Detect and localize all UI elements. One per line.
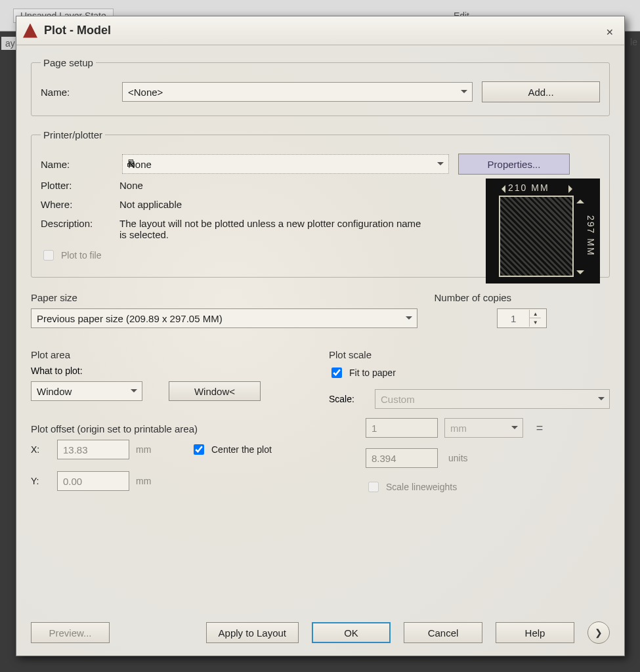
arrow-down-icon xyxy=(576,270,584,278)
copies-label: Number of copies xyxy=(435,292,610,303)
where-label: Where: xyxy=(41,199,113,210)
scale-numer-unit-select[interactable]: mm xyxy=(444,418,523,438)
center-plot-checkbox[interactable]: Center the plot xyxy=(191,442,272,457)
autocad-icon xyxy=(23,24,37,38)
offset-y-unit: mm xyxy=(136,476,169,486)
paper-size-select[interactable]: Previous paper size (209.89 x 297.05 MM) xyxy=(31,308,417,328)
printer-name-label: Name: xyxy=(41,159,113,170)
what-to-plot-label: What to plot: xyxy=(31,366,312,376)
paper-width-label: 210 MM xyxy=(508,182,549,193)
close-icon: ✕ xyxy=(606,27,614,37)
description-label: Description: xyxy=(41,218,113,240)
plot-to-file-label: Plot to file xyxy=(61,250,101,261)
paper-height-label: 297 MM xyxy=(586,215,596,257)
plotter-label: Plotter: xyxy=(41,180,113,191)
ok-button[interactable]: OK xyxy=(312,622,391,643)
cancel-button[interactable]: Cancel xyxy=(404,622,482,643)
plot-scale-legend: Plot scale xyxy=(329,349,610,360)
paper-rect-icon xyxy=(499,196,574,277)
arrow-up-icon xyxy=(576,196,584,203)
page-setup-name-label: Name: xyxy=(41,87,113,98)
center-plot-label: Center the plot xyxy=(211,444,272,455)
offset-y-input[interactable] xyxy=(57,471,129,491)
page-setup-name-select[interactable]: <None> xyxy=(122,82,473,102)
scale-lineweights-label: Scale lineweights xyxy=(386,482,457,492)
page-setup-legend: Page setup xyxy=(41,57,96,68)
offset-x-unit: mm xyxy=(136,444,169,455)
offset-y-label: Y: xyxy=(31,476,51,486)
description-value: The layout will not be plotted unless a … xyxy=(119,218,421,240)
page-setup-add-button[interactable]: Add... xyxy=(482,81,600,102)
plotter-value: None xyxy=(119,180,421,191)
printer-legend: Printer/plotter xyxy=(41,129,105,140)
scale-select[interactable]: Custom xyxy=(375,389,610,409)
arrow-right-icon xyxy=(568,185,576,193)
plot-area-legend: Plot area xyxy=(31,349,312,360)
printer-properties-button[interactable]: Properties... xyxy=(458,154,570,175)
center-plot-input[interactable] xyxy=(194,444,204,455)
dialog-footer: Preview... Apply to Layout OK Cancel Hel… xyxy=(16,612,624,656)
plot-dialog: Plot - Model ✕ Page setup Name: <None> A… xyxy=(16,16,625,656)
plot-to-file-checkbox[interactable]: Plot to file xyxy=(41,248,101,262)
paper-preview: 210 MM 297 MM xyxy=(486,178,600,284)
titlebar: Plot - Model ✕ xyxy=(16,16,624,45)
equals-sign: = xyxy=(530,421,549,435)
what-to-plot-select[interactable]: Window xyxy=(31,381,142,401)
plot-offset-legend: Plot offset (origin set to printable are… xyxy=(31,423,312,434)
printer-plotter-group: Printer/plotter Name: None 🖶 Properties.… xyxy=(31,129,610,278)
arrow-left-icon xyxy=(498,185,505,193)
spinner-up-icon[interactable]: ▲ xyxy=(529,310,541,318)
window-pick-button[interactable]: Window< xyxy=(169,381,261,401)
close-button[interactable]: ✕ xyxy=(602,20,618,42)
fit-to-paper-input[interactable] xyxy=(331,368,342,378)
paper-size-label: Paper size xyxy=(31,292,417,303)
offset-x-input[interactable] xyxy=(57,440,129,459)
scale-lineweights-input[interactable] xyxy=(368,482,379,492)
printer-name-select[interactable]: None xyxy=(122,154,449,174)
dialog-title: Plot - Model xyxy=(44,24,111,37)
spinner-down-icon[interactable]: ▼ xyxy=(529,318,541,327)
fit-to-paper-label: Fit to paper xyxy=(349,368,396,378)
copies-spinner[interactable]: ▲ ▼ xyxy=(497,308,547,328)
scale-denom-input[interactable] xyxy=(366,448,438,468)
help-button[interactable]: Help xyxy=(496,622,574,643)
preview-button[interactable]: Preview... xyxy=(31,622,110,643)
scale-lineweights-checkbox[interactable]: Scale lineweights xyxy=(366,480,610,494)
offset-x-label: X: xyxy=(31,444,51,455)
copies-value[interactable] xyxy=(498,308,529,328)
chevron-right-icon: ❯ xyxy=(595,627,603,638)
printer-icon: 🖶 xyxy=(126,158,135,169)
scale-denom-unit: units xyxy=(444,453,523,463)
where-value: Not applicable xyxy=(119,199,421,210)
apply-to-layout-button[interactable]: Apply to Layout xyxy=(206,622,299,643)
page-setup-group: Page setup Name: <None> Add... xyxy=(31,57,610,116)
scale-numer-input[interactable] xyxy=(366,418,438,438)
fit-to-paper-checkbox[interactable]: Fit to paper xyxy=(329,366,610,380)
bg-right-fragment: le xyxy=(630,37,637,47)
more-options-button[interactable]: ❯ xyxy=(587,621,610,644)
scale-label: Scale: xyxy=(329,394,366,404)
plot-to-file-input[interactable] xyxy=(43,250,54,261)
